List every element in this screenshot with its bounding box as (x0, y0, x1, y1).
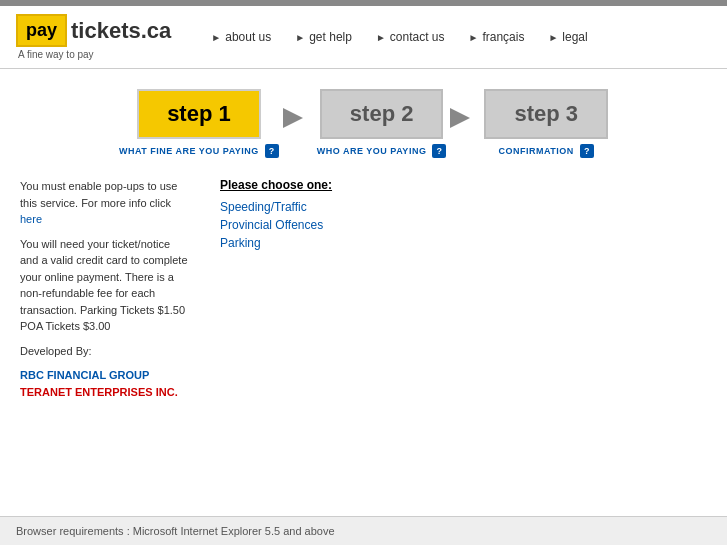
nav-get-help[interactable]: ► get help (295, 30, 352, 44)
logo-tagline: A fine way to pay (16, 49, 94, 60)
step-arrow-2-3 (446, 89, 484, 133)
logo-box: pay tickets.ca (16, 14, 171, 47)
here-link[interactable]: here (20, 213, 42, 225)
nav-francais-label: français (482, 30, 524, 44)
svg-marker-0 (283, 108, 303, 128)
choice-speeding[interactable]: Speeding/Traffic (220, 200, 707, 214)
nav-francais[interactable]: ► français (469, 30, 525, 44)
step1-box[interactable]: step 1 (137, 89, 261, 139)
nav-arrow-icon: ► (469, 32, 479, 43)
step-arrow-1-2 (279, 89, 317, 133)
logo-tickets: tickets.ca (67, 18, 171, 44)
nav-arrow-icon: ► (295, 32, 305, 43)
nav-legal-label: legal (562, 30, 587, 44)
main-nav: ► about us ► get help ► contact us ► fra… (191, 30, 711, 44)
step1-container: step 1 WHAT FINE ARE YOU PAYING ? (119, 89, 279, 158)
step2-question-badge[interactable]: ? (432, 144, 446, 158)
choice-provincial[interactable]: Provincial Offences (220, 218, 707, 232)
logo-pay: pay (16, 14, 67, 47)
nav-arrow-icon: ► (211, 32, 221, 43)
step3-label: step 3 (514, 101, 578, 126)
header: pay tickets.ca A fine way to pay ► about… (0, 6, 727, 69)
logo-container: pay tickets.ca A fine way to pay (16, 14, 171, 60)
nav-arrow-icon: ► (376, 32, 386, 43)
step3-question-badge[interactable]: ? (580, 144, 594, 158)
step2-label: step 2 (350, 101, 414, 126)
svg-marker-1 (450, 108, 470, 128)
step2-sublabel: WHO ARE YOU PAYING ? (317, 144, 447, 158)
nav-legal[interactable]: ► legal (548, 30, 587, 44)
nav-about-us-label: about us (225, 30, 271, 44)
nav-arrow-icon: ► (548, 32, 558, 43)
step3-sublabel: CONFIRMATION ? (499, 144, 594, 158)
left-para1: You must enable pop-ups to use this serv… (20, 178, 190, 228)
nav-get-help-label: get help (309, 30, 352, 44)
step3-box[interactable]: step 3 (484, 89, 608, 139)
rbc-link[interactable]: RBC FINANCIAL GROUP (20, 369, 149, 381)
nav-contact-us-label: contact us (390, 30, 445, 44)
right-panel: Please choose one: Speeding/Traffic Prov… (220, 178, 707, 400)
step3-container: step 3 CONFIRMATION ? (484, 89, 608, 158)
left-panel: You must enable pop-ups to use this serv… (20, 178, 190, 400)
steps-area: step 1 WHAT FINE ARE YOU PAYING ? step 2… (0, 69, 727, 168)
step2-container: step 2 WHO ARE YOU PAYING ? (317, 89, 447, 158)
step1-sublabel: WHAT FINE ARE YOU PAYING ? (119, 144, 279, 158)
please-choose-label: Please choose one: (220, 178, 707, 192)
left-para2: You will need your ticket/notice and a v… (20, 236, 190, 335)
main-content: You must enable pop-ups to use this serv… (0, 168, 727, 410)
nav-about-us[interactable]: ► about us (211, 30, 271, 44)
developed-by: Developed By: (20, 343, 190, 360)
step1-label: step 1 (167, 101, 231, 126)
teranet-link[interactable]: TERANET ENTERPRISES INC. (20, 386, 178, 398)
step2-box[interactable]: step 2 (320, 89, 444, 139)
nav-contact-us[interactable]: ► contact us (376, 30, 445, 44)
step1-question-badge[interactable]: ? (265, 144, 279, 158)
choice-list: Speeding/Traffic Provincial Offences Par… (220, 200, 707, 250)
choice-parking[interactable]: Parking (220, 236, 707, 250)
